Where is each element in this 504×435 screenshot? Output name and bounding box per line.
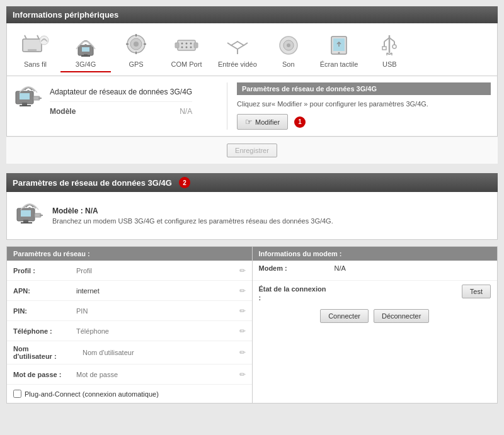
- username-edit-icon[interactable]: ✏: [239, 348, 246, 357]
- svg-point-22: [186, 43, 188, 45]
- pin-label: PIN:: [13, 307, 76, 315]
- pin-edit-icon[interactable]: ✏: [239, 307, 246, 315]
- 3g4g-label: 3G/4G: [76, 60, 96, 68]
- svg-line-31: [227, 43, 231, 45]
- adapter-content: Adaptateur de réseaux de données 3G/4G M…: [6, 76, 498, 137]
- svg-point-10: [84, 44, 87, 47]
- nav-item-son[interactable]: Son: [263, 30, 314, 72]
- svg-rect-45: [382, 47, 386, 50]
- etat-section: État de la connexion: Test: [253, 281, 498, 304]
- son-icon: [273, 33, 304, 58]
- username-row: Nomd'utilisateur : ✏: [7, 341, 252, 364]
- section1-title: Informations périphériques: [13, 10, 118, 20]
- svg-line-29: [238, 45, 244, 49]
- section1-header: Informations périphériques: [6, 6, 498, 23]
- modem-desc: Branchez un modem USB 3G/4G et configure…: [52, 217, 333, 225]
- nav-item-usb[interactable]: USB: [364, 30, 415, 72]
- username-input[interactable]: [83, 349, 236, 356]
- params-left-col: Paramètres du réseau : Profil : ✏ APN: ✏…: [7, 247, 253, 403]
- modem-row: Modem : N/A: [253, 261, 498, 281]
- svg-point-21: [181, 43, 183, 45]
- apn-input[interactable]: [76, 287, 236, 295]
- adapter-text: Adaptateur de réseaux de données 3G/4G M…: [50, 82, 192, 116]
- nav-item-ecran-tactile[interactable]: Écran tactile: [314, 30, 365, 72]
- modem-model: Modèle : N/A: [52, 206, 333, 215]
- svg-rect-9: [81, 55, 90, 57]
- params-grid: Paramètres du réseau : Profil : ✏ APN: ✏…: [6, 246, 498, 404]
- com-port-label: COM Port: [171, 60, 202, 68]
- gps-icon: [121, 33, 151, 58]
- svg-point-5: [40, 36, 49, 45]
- modifier-button[interactable]: ☞ Modifier: [237, 114, 288, 130]
- svg-rect-56: [38, 98, 42, 99]
- nav-item-gps[interactable]: GPS: [111, 30, 161, 72]
- modifier-label: Modifier: [255, 118, 280, 126]
- telephone-row: Téléphone : ✏: [7, 321, 252, 341]
- com-port-icon: [171, 33, 202, 58]
- modem-text: Modèle : N/A Branchez un modem USB 3G/4G…: [52, 206, 333, 225]
- password-edit-icon[interactable]: ✏: [239, 370, 246, 379]
- password-label: Mot de passe :: [13, 371, 76, 378]
- entree-video-icon: [222, 33, 253, 58]
- password-input[interactable]: [76, 371, 236, 378]
- etat-label: État de la connexion:: [259, 285, 326, 303]
- svg-rect-4: [25, 51, 39, 52]
- params-right-col: Informations du modem : Modem : N/A État…: [253, 247, 498, 403]
- 3g4g-icon: [71, 33, 101, 58]
- profil-row: Profil : ✏: [7, 261, 252, 281]
- connect-label: Connecter: [328, 312, 360, 320]
- cursor-hand-icon: ☞: [245, 117, 253, 127]
- params-hint: Cliquez sur« Modifier » pour configurer …: [237, 100, 491, 108]
- svg-point-61: [28, 207, 31, 210]
- badge-1: 1: [294, 116, 306, 128]
- telephone-edit-icon[interactable]: ✏: [239, 327, 246, 336]
- disconnect-button[interactable]: Déconnecter: [374, 309, 429, 323]
- modem-info-box: Modèle : N/A Branchez un modem USB 3G/4G…: [6, 192, 498, 240]
- nav-item-com-port[interactable]: COM Port: [161, 30, 212, 72]
- plug-connect-row: Plug-and-Connect (connexion automatique): [7, 385, 252, 403]
- password-row: Mot de passe : ✏: [7, 364, 252, 385]
- nav-item-3g4g[interactable]: 3G/4G: [60, 30, 111, 72]
- apn-label: APN:: [13, 287, 76, 295]
- plug-connect-checkbox[interactable]: [13, 390, 21, 398]
- ecran-tactile-icon: [324, 33, 354, 58]
- telephone-label: Téléphone :: [13, 327, 76, 335]
- svg-rect-18: [178, 40, 195, 50]
- svg-rect-58: [21, 210, 31, 217]
- username-label: Nomd'utilisateur :: [13, 345, 83, 360]
- telephone-input[interactable]: [76, 327, 236, 335]
- svg-line-2: [37, 35, 39, 39]
- svg-point-23: [190, 43, 192, 45]
- profil-edit-icon[interactable]: ✏: [239, 266, 246, 275]
- usb-icon: [374, 33, 404, 58]
- svg-line-32: [244, 43, 248, 45]
- adapter-right-panel: Paramètres de réseau de données 3G/4G Cl…: [227, 82, 491, 130]
- svg-point-36: [287, 43, 290, 47]
- section2: Paramètres de réseau de données 3G/4G 2: [6, 173, 498, 404]
- modem-device-icon: [14, 200, 45, 232]
- enregistrer-button[interactable]: Enregistrer: [227, 144, 277, 157]
- profil-input[interactable]: [76, 267, 236, 274]
- nav-item-sans-fil[interactable]: Sans fil: [10, 30, 60, 72]
- profil-label: Profil :: [13, 267, 76, 274]
- svg-line-1: [25, 35, 26, 39]
- connect-button[interactable]: Connecter: [320, 309, 369, 323]
- adapter-name: Adaptateur de réseaux de données 3G/4G: [50, 88, 192, 96]
- params-header: Paramètres de réseau de données 3G/4G: [237, 82, 491, 95]
- plug-connect-label: Plug-and-Connect (connexion automatique): [25, 390, 159, 398]
- svg-point-26: [190, 47, 192, 48]
- pin-input[interactable]: [76, 307, 236, 315]
- svg-point-39: [338, 52, 340, 54]
- svg-line-28: [238, 42, 244, 45]
- svg-point-54: [27, 90, 30, 93]
- adapter-left-panel: Adaptateur de réseaux de données 3G/4G M…: [13, 82, 227, 130]
- gps-label: GPS: [129, 60, 143, 68]
- test-label: Test: [470, 288, 483, 295]
- apn-edit-icon[interactable]: ✏: [239, 286, 246, 295]
- svg-rect-3: [28, 49, 37, 51]
- test-button[interactable]: Test: [462, 285, 491, 298]
- son-label: Son: [282, 60, 295, 68]
- adapter-device-icon: [13, 82, 43, 113]
- svg-rect-7: [82, 47, 89, 52]
- nav-item-entree-video[interactable]: Entrée vidéo: [212, 30, 263, 72]
